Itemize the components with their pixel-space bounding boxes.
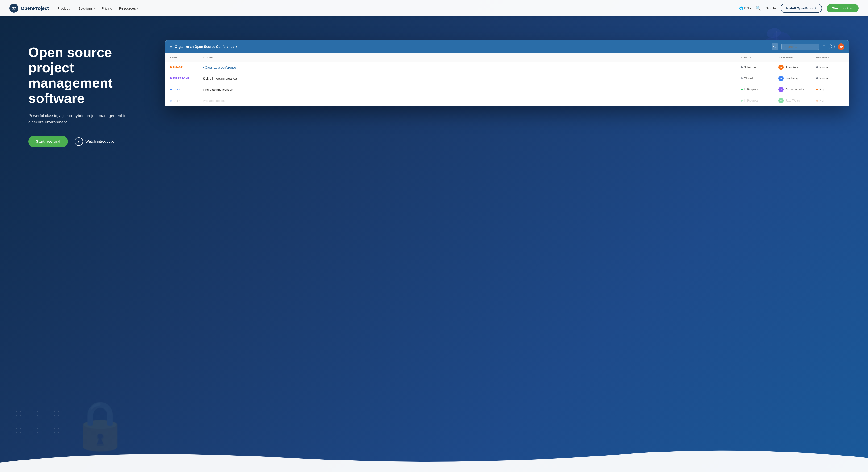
watch-button[interactable]: ▶ Watch introduction (74, 137, 117, 146)
chevron-icon: ▾ (137, 7, 138, 10)
priority-cell: High (816, 88, 844, 91)
chevron-icon: ▾ (94, 7, 95, 10)
priority-cell: High (816, 99, 844, 102)
col-priority: PRIORITY (816, 56, 844, 59)
nav-product[interactable]: Product ▾ (57, 6, 72, 10)
nav-resources[interactable]: Resources ▾ (119, 6, 138, 10)
assignee-cell: JP Juan Perez (778, 65, 816, 70)
play-icon: ▶ (74, 137, 83, 146)
app-table: TYPE SUBJECT STATUS ASSIGNEE PRIORITY PH… (165, 53, 849, 106)
priority-cell: Normal (816, 77, 844, 80)
type-phase: PHASE (170, 66, 203, 69)
table-header: TYPE SUBJECT STATUS ASSIGNEE PRIORITY (165, 53, 849, 62)
assignee-cell: DA Dianne Ameter (778, 87, 816, 92)
dropdown-icon: ▾ (236, 45, 237, 48)
col-assignee: ASSIGNEE (778, 56, 816, 59)
nav-solutions[interactable]: Solutions ▾ (78, 6, 95, 10)
logo[interactable]: OpenProject (9, 4, 49, 13)
app-search-input[interactable] (781, 43, 819, 50)
status-cell: Closed (741, 77, 778, 80)
nav-pricing[interactable]: Pricing (101, 6, 112, 10)
logo-icon (9, 4, 19, 13)
status-cell: Scheduled (741, 66, 778, 69)
nav-left: OpenProject Product ▾ Solutions ▾ Pricin… (9, 4, 138, 13)
phase-dot (170, 66, 172, 68)
hero-inner: Open source project management software … (0, 16, 868, 162)
dots-decoration (14, 397, 61, 439)
table-row: PHASE ▾ Organize a conference Scheduled (165, 62, 849, 73)
search-icon[interactable]: 🔍 (756, 6, 761, 11)
install-button[interactable]: Install OpenProject (780, 3, 822, 13)
assignee-avatar: JW (778, 98, 783, 103)
status-cell: In Progress (741, 88, 778, 91)
col-status: STATUS (741, 56, 778, 59)
table-row: MILESTONE Kick-off meeting orga team Clo… (165, 73, 849, 84)
nav-right: 🌐 EN ▾ 🔍 Sign In Install OpenProject Sta… (739, 3, 859, 13)
assignee-cell: SF Sue Feng (778, 76, 816, 81)
hero-description: Powerful classic, agile or hybrid projec… (28, 112, 127, 125)
trial-button[interactable]: Start free trial (28, 136, 68, 147)
app-window: ≡ Organize an Open Source Conference ▾ (165, 40, 849, 106)
expand-icon: ▾ (203, 66, 204, 69)
priority-dot (816, 66, 818, 68)
status-dot (741, 77, 743, 79)
col-subject: SUBJECT (203, 56, 741, 59)
hero-wave (0, 444, 868, 472)
type-task: TASK (170, 88, 203, 91)
table-row: TASK Prepare agenda In Progress JW Jake … (165, 95, 849, 106)
project-name: Organize an Open Source Conference ▾ (175, 45, 237, 48)
hero-section: 🔒 Open source project management softwar… (0, 0, 868, 472)
status-cell: In Progress (741, 99, 778, 102)
globe-icon: 🌐 (739, 6, 743, 10)
priority-dot (816, 77, 818, 79)
grid-icon: ⊞ (823, 44, 826, 49)
col-type: TYPE (170, 56, 203, 59)
type-milestone: MILESTONE (170, 77, 203, 80)
subject-text: ▾ Organize a conference (203, 66, 741, 69)
milestone-dot (170, 77, 172, 79)
type-task-muted: TASK (170, 99, 203, 102)
table-row: TASK Find date and location In Progress … (165, 84, 849, 95)
app-logo-icon (772, 43, 778, 50)
priority-dot (816, 89, 818, 91)
task-dot (170, 89, 172, 91)
logo-text: OpenProject (21, 6, 49, 11)
status-dot (741, 89, 743, 91)
app-header-left: ≡ Organize an Open Source Conference ▾ (170, 44, 237, 49)
chevron-icon: ▾ (750, 7, 751, 10)
hero-content: Open source project management software … (28, 35, 151, 147)
priority-cell: Normal (816, 66, 844, 69)
help-icon: ? (829, 44, 835, 49)
nav-links: Product ▾ Solutions ▾ Pricing Resources … (57, 6, 138, 10)
svg-point-7 (775, 46, 776, 47)
assignee-cell: JW Jake Weary (778, 98, 816, 103)
priority-dot (816, 100, 818, 102)
assignee-avatar: SF (778, 76, 783, 81)
assignee-avatar: DA (778, 87, 783, 92)
trial-button-nav[interactable]: Start free trial (827, 4, 859, 12)
hero-buttons: Start free trial ▶ Watch introduction (28, 136, 151, 147)
app-screenshot: ≡ Organize an Open Source Conference ▾ (165, 35, 849, 106)
status-dot (741, 100, 743, 102)
app-header: ≡ Organize an Open Source Conference ▾ (165, 40, 849, 53)
user-avatar: JP (838, 43, 844, 50)
assignee-avatar: JP (778, 65, 783, 70)
signin-link[interactable]: Sign In (766, 6, 776, 10)
navbar: OpenProject Product ▾ Solutions ▾ Pricin… (0, 0, 868, 16)
chevron-icon: ▾ (70, 7, 72, 10)
hero-title: Open source project management software (28, 45, 151, 106)
svg-point-6 (774, 46, 775, 47)
app-header-right: ⊞ ? JP (772, 43, 844, 50)
status-dot (741, 66, 743, 68)
language-selector[interactable]: 🌐 EN ▾ (739, 6, 751, 10)
hamburger-icon: ≡ (170, 44, 172, 49)
task-dot (170, 100, 172, 102)
